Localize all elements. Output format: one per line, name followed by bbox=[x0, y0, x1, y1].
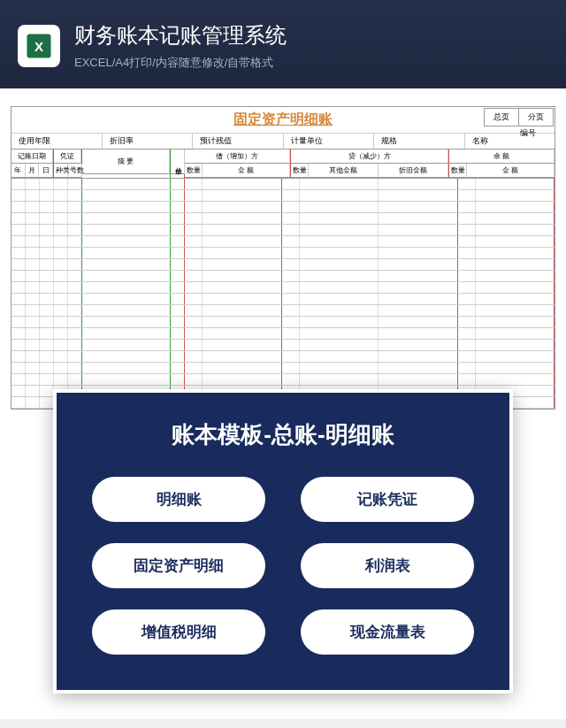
meta-usage-years: 使用年限 bbox=[11, 134, 103, 149]
table-row bbox=[11, 213, 555, 225]
svg-text:X: X bbox=[34, 39, 43, 54]
button-grid: 明细账 记账凭证 固定资产明细 利润表 增值税明细 现金流量表 bbox=[92, 477, 474, 655]
table-row bbox=[11, 328, 555, 340]
table-row bbox=[11, 271, 555, 282]
content-area: 总页 分页 编号 固定资产明细账 使用年限 折旧率 预计残值 计量单位 规格 名… bbox=[0, 88, 566, 719]
table-row bbox=[11, 282, 555, 294]
hdr-qty-3: 数量 bbox=[449, 164, 467, 178]
hdr-voucher: 凭证 bbox=[54, 149, 81, 164]
table-row bbox=[11, 225, 555, 236]
hdr-balance: 余 额 bbox=[449, 149, 555, 164]
excel-icon: X bbox=[18, 25, 60, 67]
ledger-body bbox=[11, 178, 555, 409]
btn-cashflow[interactable]: 现金流量表 bbox=[301, 609, 474, 655]
page-subtitle: EXCEL/A4打印/内容随意修改/自带格式 bbox=[74, 55, 287, 71]
hdr-year: 年 bbox=[11, 164, 26, 178]
hdr-qty-1: 数量 bbox=[185, 164, 203, 178]
hdr-summary: 摘 要 bbox=[82, 149, 170, 174]
table-row bbox=[11, 259, 555, 271]
meta-spec: 规格 bbox=[374, 134, 465, 149]
app-header: X 财务账本记账管理系统 EXCEL/A4打印/内容随意修改/自带格式 bbox=[0, 0, 566, 88]
table-row bbox=[11, 236, 555, 248]
btn-fixed-asset[interactable]: 固定资产明细 bbox=[92, 543, 265, 588]
ledger-title: 固定资产明细账 bbox=[11, 107, 555, 133]
total-page-label: 总页 bbox=[485, 109, 519, 126]
meta-depr-rate: 折旧率 bbox=[103, 134, 194, 149]
sub-page-label: 分页 bbox=[519, 109, 553, 126]
hdr-other-amt: 其他金额 bbox=[309, 164, 379, 178]
table-row bbox=[11, 248, 555, 259]
hdr-num: 号数 bbox=[68, 164, 82, 178]
doc-number-label: 编号 bbox=[502, 126, 554, 141]
table-row bbox=[11, 179, 555, 190]
btn-detail-ledger[interactable]: 明细账 bbox=[92, 477, 265, 522]
table-row bbox=[11, 374, 555, 386]
hdr-price: 单价 bbox=[171, 149, 185, 174]
ledger-header: 记账日期 年 月 日 凭证 种类 号数 摘 要 单价 bbox=[11, 149, 555, 178]
ledger-sheet: 固定资产明细账 使用年限 折旧率 预计残值 计量单位 规格 名称 记账日期 年 … bbox=[11, 106, 555, 410]
table-row bbox=[11, 305, 555, 317]
table-row bbox=[11, 190, 555, 202]
meta-residual: 预计残值 bbox=[193, 134, 284, 149]
btn-vat[interactable]: 增值税明细 bbox=[92, 609, 265, 655]
hdr-amt-3: 金 额 bbox=[467, 164, 555, 178]
hdr-type: 种类 bbox=[54, 164, 68, 178]
btn-profit[interactable]: 利润表 bbox=[301, 543, 474, 588]
page-indicator: 总页 分页 bbox=[484, 108, 554, 126]
hdr-credit: 贷（减少）方 bbox=[291, 149, 448, 164]
meta-unit: 计量单位 bbox=[284, 134, 375, 149]
template-menu-overlay: 账本模板-总账-明细账 明细账 记账凭证 固定资产明细 利润表 增值税明细 现金… bbox=[53, 389, 513, 694]
hdr-date: 记账日期 bbox=[11, 149, 53, 164]
table-row bbox=[11, 317, 555, 328]
table-row bbox=[11, 351, 555, 363]
hdr-qty-2: 数量 bbox=[291, 164, 309, 178]
btn-voucher[interactable]: 记账凭证 bbox=[301, 477, 474, 522]
hdr-debit: 借（增加）方 bbox=[185, 149, 290, 164]
table-row bbox=[11, 340, 555, 351]
hdr-month: 月 bbox=[26, 164, 40, 178]
table-row bbox=[11, 363, 555, 374]
hdr-day: 日 bbox=[39, 164, 53, 178]
table-row bbox=[11, 202, 555, 213]
hdr-depr-amt: 折旧金额 bbox=[379, 164, 448, 178]
page-title: 财务账本记账管理系统 bbox=[74, 21, 287, 50]
table-row bbox=[11, 294, 555, 305]
hdr-amt-1: 金 额 bbox=[203, 164, 290, 178]
overlay-title: 账本模板-总账-明细账 bbox=[92, 419, 474, 450]
